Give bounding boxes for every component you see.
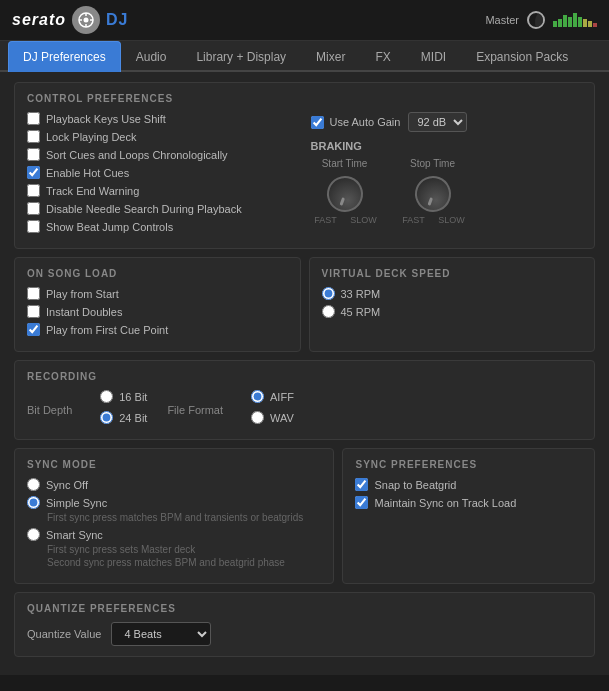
app-logo: serato DJ	[12, 6, 128, 34]
header: serato DJ Master	[0, 0, 609, 41]
enable-hot-cues-checkbox[interactable]	[27, 166, 40, 179]
simple-sync-label: Simple Sync	[46, 497, 107, 509]
play-first-cue-checkbox[interactable]	[27, 323, 40, 336]
smart-sync-desc: First sync press sets Master deckSecond …	[47, 543, 321, 569]
24bit-row[interactable]: 24 Bit	[100, 411, 147, 424]
recording-section: RECORDING Bit Depth 16 Bit 24 Bit File F…	[14, 360, 595, 440]
vu-bar-8	[588, 21, 592, 27]
33rpm-label: 33 RPM	[341, 288, 381, 300]
auto-gain-checkbox-row[interactable]: Use Auto Gain	[311, 116, 401, 129]
svg-point-1	[84, 18, 89, 23]
smart-sync-radio[interactable]	[27, 528, 40, 541]
45rpm-radio[interactable]	[322, 305, 335, 318]
sync-off-label: Sync Off	[46, 479, 88, 491]
lock-playing-deck-checkbox-row[interactable]: Lock Playing Deck	[27, 130, 299, 143]
moon-icon[interactable]	[527, 11, 545, 29]
playback-keys-checkbox-row[interactable]: Playback Keys Use Shift	[27, 112, 299, 125]
snap-to-beatgrid-row[interactable]: Snap to Beatgrid	[355, 478, 582, 491]
45rpm-label: 45 RPM	[341, 306, 381, 318]
show-beat-jump-checkbox-row[interactable]: Show Beat Jump Controls	[27, 220, 299, 233]
stop-fast-label: FAST	[399, 215, 429, 225]
auto-gain-select[interactable]: 92 dB	[408, 112, 467, 132]
aiff-radio[interactable]	[251, 390, 264, 403]
play-first-cue-label: Play from First Cue Point	[46, 324, 168, 336]
quantize-title: QUANTIZE PREFERENCES	[27, 603, 582, 614]
simple-sync-radio[interactable]	[27, 496, 40, 509]
sort-cues-label: Sort Cues and Loops Chronologically	[46, 149, 228, 161]
playback-keys-checkbox[interactable]	[27, 112, 40, 125]
sort-cues-checkbox-row[interactable]: Sort Cues and Loops Chronologically	[27, 148, 299, 161]
wav-row[interactable]: WAV	[251, 411, 294, 424]
16bit-row[interactable]: 16 Bit	[100, 390, 147, 403]
instant-doubles-label: Instant Doubles	[46, 306, 122, 318]
tab-midi[interactable]: MIDI	[406, 41, 461, 72]
start-time-knob[interactable]	[321, 171, 367, 217]
tab-fx[interactable]: FX	[360, 41, 405, 72]
sync-off-row[interactable]: Sync Off	[27, 478, 321, 491]
aiff-row[interactable]: AIFF	[251, 390, 294, 403]
stop-time-group: Stop Time FAST SLOW	[399, 158, 467, 225]
sync-prefs-section: SYNC PREFERENCES Snap to Beatgrid Mainta…	[342, 448, 595, 584]
disable-needle-checkbox-row[interactable]: Disable Needle Search During Playback	[27, 202, 299, 215]
disable-needle-checkbox[interactable]	[27, 202, 40, 215]
track-end-warning-checkbox-row[interactable]: Track End Warning	[27, 184, 299, 197]
show-beat-jump-checkbox[interactable]	[27, 220, 40, 233]
snap-to-beatgrid-label: Snap to Beatgrid	[374, 479, 456, 491]
snap-to-beatgrid-checkbox[interactable]	[355, 478, 368, 491]
enable-hot-cues-label: Enable Hot Cues	[46, 167, 129, 179]
16bit-radio[interactable]	[100, 390, 113, 403]
start-time-sublabels: FAST SLOW	[311, 215, 379, 225]
maintain-sync-checkbox[interactable]	[355, 496, 368, 509]
vu-bar-3	[563, 15, 567, 27]
lock-playing-deck-checkbox[interactable]	[27, 130, 40, 143]
smart-sync-row[interactable]: Smart Sync	[27, 528, 321, 541]
24bit-radio[interactable]	[100, 411, 113, 424]
sync-row: SYNC MODE Sync Off Simple Sync First syn…	[14, 448, 595, 592]
logo-icon	[72, 6, 100, 34]
instant-doubles-checkbox[interactable]	[27, 305, 40, 318]
play-first-cue-row[interactable]: Play from First Cue Point	[27, 323, 288, 336]
enable-hot-cues-checkbox-row[interactable]: Enable Hot Cues	[27, 166, 299, 179]
show-beat-jump-label: Show Beat Jump Controls	[46, 221, 173, 233]
auto-gain-row: Use Auto Gain 92 dB	[311, 112, 583, 132]
sort-cues-checkbox[interactable]	[27, 148, 40, 161]
track-end-warning-checkbox[interactable]	[27, 184, 40, 197]
tab-audio[interactable]: Audio	[121, 41, 182, 72]
play-from-start-checkbox[interactable]	[27, 287, 40, 300]
maintain-sync-row[interactable]: Maintain Sync on Track Load	[355, 496, 582, 509]
auto-gain-label: Use Auto Gain	[330, 116, 401, 128]
file-format-label: File Format	[167, 404, 223, 416]
sync-off-radio[interactable]	[27, 478, 40, 491]
smart-sync-label: Smart Sync	[46, 529, 103, 541]
control-prefs-cols: Playback Keys Use Shift Lock Playing Dec…	[27, 112, 582, 238]
master-label: Master	[485, 14, 519, 26]
quantize-value-select[interactable]: 4 Beats	[111, 622, 211, 646]
tab-library-display[interactable]: Library + Display	[181, 41, 301, 72]
start-time-group: Start Time FAST SLOW	[311, 158, 379, 225]
logo-text-left: serato	[12, 11, 66, 29]
quantize-value-label: Quantize Value	[27, 628, 101, 640]
stop-time-label: Stop Time	[410, 158, 455, 169]
wav-radio[interactable]	[251, 411, 264, 424]
sync-mode-section: SYNC MODE Sync Off Simple Sync First syn…	[14, 448, 334, 584]
instant-doubles-row[interactable]: Instant Doubles	[27, 305, 288, 318]
simple-sync-row[interactable]: Simple Sync	[27, 496, 321, 509]
lock-playing-deck-label: Lock Playing Deck	[46, 131, 137, 143]
quantize-section: QUANTIZE PREFERENCES Quantize Value 4 Be…	[14, 592, 595, 657]
virtual-deck-title: VIRTUAL DECK SPEED	[322, 268, 583, 279]
vu-bar-7	[583, 19, 587, 27]
33rpm-row[interactable]: 33 RPM	[322, 287, 583, 300]
tab-mixer[interactable]: Mixer	[301, 41, 360, 72]
tab-dj-preferences[interactable]: DJ Preferences	[8, 41, 121, 72]
tab-expansion-packs[interactable]: Expansion Packs	[461, 41, 583, 72]
on-song-load-title: ON SONG LOAD	[27, 268, 288, 279]
control-prefs-right: Use Auto Gain 92 dB BRAKING Start Time F…	[311, 112, 583, 238]
stop-time-sublabels: FAST SLOW	[399, 215, 467, 225]
play-from-start-row[interactable]: Play from Start	[27, 287, 288, 300]
vu-bar-6	[578, 17, 582, 27]
45rpm-row[interactable]: 45 RPM	[322, 305, 583, 318]
playback-keys-label: Playback Keys Use Shift	[46, 113, 166, 125]
auto-gain-checkbox[interactable]	[311, 116, 324, 129]
stop-time-knob[interactable]	[409, 171, 455, 217]
33rpm-radio[interactable]	[322, 287, 335, 300]
